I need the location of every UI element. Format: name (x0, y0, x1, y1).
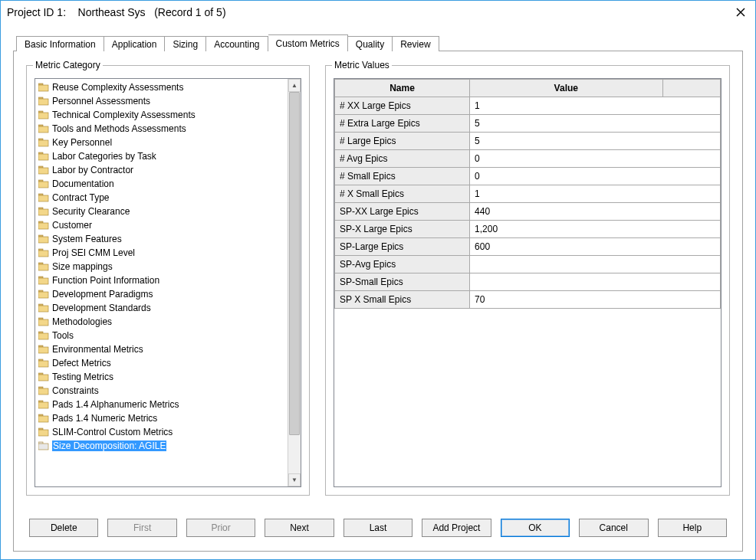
metric-value-cell[interactable]: 600 (470, 238, 721, 256)
metric-value-cell[interactable]: 440 (470, 203, 721, 221)
category-item[interactable]: Technical Complexity Assessments (35, 108, 288, 122)
tab-review[interactable]: Review (393, 36, 439, 51)
tab-basic-information[interactable]: Basic Information (16, 36, 104, 51)
tab-custom-metrics[interactable]: Custom Metrics (268, 34, 348, 51)
category-item[interactable]: Contract Type (35, 191, 288, 205)
tab-accounting[interactable]: Accounting (206, 36, 268, 51)
category-item[interactable]: Development Paradigms (35, 287, 288, 301)
category-item[interactable]: Pads 1.4 Alphanumeric Metrics (35, 398, 288, 411)
category-item[interactable]: Labor Categories by Task (35, 149, 288, 163)
category-item[interactable]: Function Point Information (35, 273, 288, 287)
folder-icon (38, 138, 49, 147)
add-project-button[interactable]: Add Project (422, 519, 491, 537)
category-item[interactable]: Size mappings (35, 260, 288, 273)
category-item-label: Tools and Methods Assessments (52, 123, 186, 134)
category-item[interactable]: Proj SEI CMM Level (35, 246, 288, 260)
table-row[interactable]: # Small Epics0 (335, 168, 721, 185)
scroll-thumb[interactable] (289, 92, 300, 435)
category-item[interactable]: Labor by Contractor (35, 163, 288, 177)
next-button[interactable]: Next (265, 519, 334, 537)
metric-value-cell[interactable]: 5 (470, 133, 721, 150)
metric-values-table[interactable]: Name Value # XX Large Epics1# Extra Larg… (334, 79, 721, 309)
category-item[interactable]: Constraints (35, 384, 288, 398)
metric-value-cell[interactable]: 5 (470, 115, 721, 133)
scroll-up-button[interactable]: ▲ (288, 79, 301, 92)
category-item[interactable]: Tools (35, 329, 288, 342)
table-row[interactable]: SP X Small Epics70 (335, 291, 721, 309)
table-row[interactable]: SP-Avg Epics (335, 256, 721, 273)
metric-name-cell: # Extra Large Epics (335, 115, 470, 133)
svg-rect-33 (38, 292, 48, 298)
col-header-name[interactable]: Name (335, 80, 470, 97)
category-item[interactable]: Customer (35, 218, 288, 232)
table-row[interactable]: # Large Epics5 (335, 133, 721, 150)
category-item[interactable]: Personnel Assessments (35, 94, 288, 108)
help-button[interactable]: Help (658, 519, 727, 537)
category-item[interactable]: Environmental Metrics (35, 342, 288, 356)
metric-value-cell[interactable]: 1 (470, 97, 721, 115)
folder-icon (38, 83, 49, 92)
category-item-label: Methodologies (52, 316, 112, 327)
svg-rect-21 (38, 209, 48, 215)
category-item[interactable]: Security Clearance (35, 205, 288, 218)
svg-rect-37 (38, 319, 48, 326)
tree-scrollbar[interactable]: ▲ ▼ (288, 79, 301, 486)
dialog-body: Basic InformationApplicationSizingAccoun… (1, 24, 755, 559)
svg-rect-39 (38, 333, 48, 339)
col-header-value[interactable]: Value (470, 80, 663, 97)
metric-value-cell[interactable]: 0 (470, 150, 721, 168)
category-item[interactable]: Pads 1.4 Numeric Metrics (35, 411, 288, 425)
table-row[interactable]: SP-Large Epics600 (335, 238, 721, 256)
col-header-extra[interactable] (662, 80, 720, 97)
folder-icon (38, 303, 49, 313)
panels-row: Metric Category Reuse Complexity Assessm… (26, 65, 730, 496)
scroll-down-button[interactable]: ▼ (288, 473, 301, 486)
category-item[interactable]: Key Personnel (35, 136, 288, 149)
category-item-label: Development Paradigms (52, 289, 153, 300)
category-item[interactable]: Tools and Methods Assessments (35, 122, 288, 136)
table-row[interactable]: # X Small Epics1 (335, 185, 721, 203)
table-row[interactable]: SP-Small Epics (335, 273, 721, 291)
svg-rect-35 (38, 306, 48, 312)
last-button[interactable]: Last (343, 519, 413, 537)
folder-icon (38, 221, 49, 230)
table-row[interactable]: # Avg Epics0 (335, 150, 721, 168)
category-item-label: Proj SEI CMM Level (52, 247, 135, 258)
metric-name-cell: # Avg Epics (335, 150, 470, 168)
first-button[interactable]: First (107, 519, 176, 537)
table-row[interactable]: SP-X Large Epics1,200 (335, 221, 721, 238)
folder-icon (38, 110, 49, 120)
dialog-footer: Delete First Prior Next Last Add Project… (26, 519, 730, 539)
table-row[interactable]: # Extra Large Epics5 (335, 115, 721, 133)
category-item-label: Key Personnel (52, 137, 112, 148)
scroll-track[interactable] (288, 92, 301, 473)
category-item[interactable]: Development Standards (35, 301, 288, 315)
metric-category-tree[interactable]: Reuse Complexity AssessmentsPersonnel As… (35, 79, 288, 486)
metric-value-cell[interactable] (470, 273, 721, 291)
tab-sizing[interactable]: Sizing (165, 36, 206, 51)
metric-value-cell[interactable]: 1,200 (470, 221, 721, 238)
category-item[interactable]: Testing Metrics (35, 370, 288, 384)
tab-quality[interactable]: Quality (348, 36, 393, 51)
metric-value-cell[interactable] (470, 256, 721, 273)
category-item[interactable]: Defect Metrics (35, 356, 288, 370)
cancel-button[interactable]: Cancel (579, 519, 648, 537)
category-item[interactable]: SLIM-Control Custom Metrics (35, 425, 288, 439)
ok-button[interactable]: OK (501, 519, 570, 537)
category-item-label: Pads 1.4 Numeric Metrics (52, 413, 157, 424)
category-item[interactable]: Methodologies (35, 315, 288, 329)
category-item[interactable]: Reuse Complexity Assessments (35, 80, 288, 94)
prior-button[interactable]: Prior (186, 519, 255, 537)
category-item[interactable]: Size Decomposition: AGILE (35, 439, 288, 453)
metric-value-cell[interactable]: 1 (470, 185, 721, 203)
metric-value-cell[interactable]: 70 (470, 291, 721, 309)
close-button[interactable] (731, 4, 751, 21)
table-row[interactable]: SP-XX Large Epics440 (335, 203, 721, 221)
table-row[interactable]: # XX Large Epics1 (335, 97, 721, 115)
delete-button[interactable]: Delete (29, 519, 98, 537)
category-item[interactable]: System Features (35, 232, 288, 246)
category-item[interactable]: Documentation (35, 177, 288, 191)
tab-application[interactable]: Application (104, 36, 166, 51)
metric-value-cell[interactable]: 0 (470, 168, 721, 185)
folder-icon (38, 234, 49, 244)
